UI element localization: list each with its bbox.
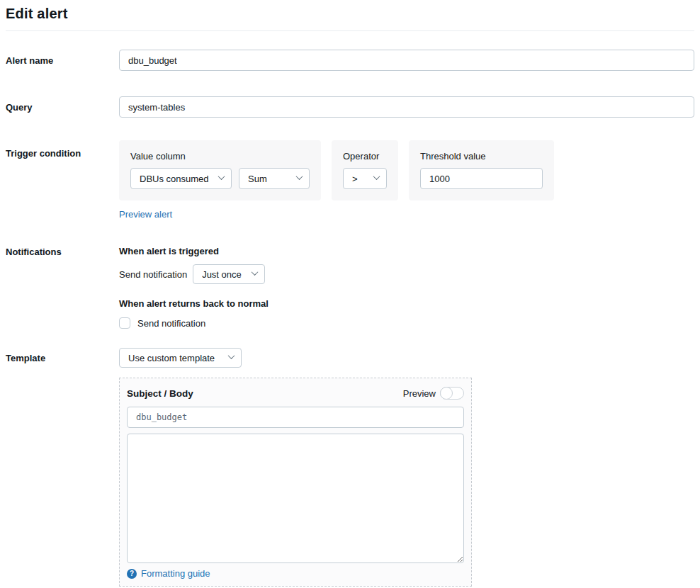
operator-label: Operator	[343, 151, 387, 162]
custom-template-box: Subject / Body Preview Formatting guide	[119, 378, 472, 587]
trigger-condition-panels: Value column DBUs consumed Sum Operator	[119, 140, 694, 200]
notifications-label: Notifications	[6, 246, 119, 329]
preview-alert-link[interactable]: Preview alert	[119, 209, 172, 220]
body-textarea[interactable]	[127, 434, 464, 563]
formatting-guide-link[interactable]: Formatting guide	[141, 568, 210, 579]
header-divider	[6, 30, 694, 31]
page-title: Edit alert	[6, 0, 694, 30]
send-notification-text: Send notification	[119, 269, 187, 280]
threshold-panel: Threshold value	[409, 140, 554, 200]
preview-toggle-group: Preview	[403, 387, 464, 400]
toggle-knob	[440, 387, 453, 400]
send-notification-frequency-row: Send notification Just once	[119, 264, 694, 284]
send-notification-checkbox-row: Send notification	[119, 317, 694, 329]
chevron-down-icon	[373, 173, 380, 180]
template-header: Subject / Body Preview	[127, 387, 464, 400]
returns-normal-heading: When alert returns back to normal	[119, 298, 694, 309]
trigger-condition-row: Trigger condition Value column DBUs cons…	[6, 140, 694, 220]
subject-input[interactable]	[127, 407, 464, 428]
template-select[interactable]: Use custom template	[119, 348, 242, 368]
alert-name-row: Alert name	[6, 50, 694, 71]
query-label: Query	[6, 102, 119, 113]
chevron-down-icon	[296, 173, 303, 180]
subject-body-heading: Subject / Body	[127, 388, 193, 399]
aggregation-select-value: Sum	[248, 174, 267, 184]
notifications-row: Notifications When alert is triggered Se…	[6, 246, 694, 329]
query-input[interactable]	[119, 96, 694, 118]
value-column-panel: Value column DBUs consumed Sum	[119, 140, 321, 200]
send-notification-checkbox[interactable]	[119, 317, 130, 329]
query-row: Query	[6, 96, 694, 118]
template-label: Template	[6, 348, 119, 587]
question-mark-icon	[127, 569, 137, 579]
threshold-input[interactable]	[420, 168, 543, 189]
operator-panel: Operator >	[332, 140, 398, 200]
chevron-down-icon	[228, 352, 235, 359]
value-column-select[interactable]: DBUs consumed	[130, 168, 232, 189]
send-notification-checkbox-label: Send notification	[137, 318, 205, 329]
threshold-label: Threshold value	[420, 151, 543, 162]
alert-name-input[interactable]	[119, 50, 694, 71]
chevron-down-icon	[218, 173, 225, 180]
value-column-label: Value column	[130, 151, 310, 162]
chevron-down-icon	[252, 268, 259, 276]
preview-toggle[interactable]	[440, 387, 464, 400]
operator-select-value: >	[352, 174, 358, 184]
preview-toggle-label: Preview	[403, 388, 436, 399]
frequency-select-value: Just once	[202, 269, 242, 280]
value-column-select-value: DBUs consumed	[140, 174, 209, 184]
when-triggered-heading: When alert is triggered	[119, 246, 694, 256]
frequency-select[interactable]: Just once	[193, 264, 265, 284]
formatting-guide-row: Formatting guide	[127, 568, 464, 579]
edit-alert-page: Edit alert Alert name Query Trigger cond…	[0, 0, 700, 587]
aggregation-select[interactable]: Sum	[239, 168, 310, 189]
template-row: Template Use custom template Subject / B…	[6, 348, 694, 587]
alert-name-label: Alert name	[6, 55, 119, 66]
template-select-value: Use custom template	[128, 353, 215, 363]
trigger-condition-label: Trigger condition	[6, 140, 119, 220]
operator-select[interactable]: >	[343, 168, 387, 189]
